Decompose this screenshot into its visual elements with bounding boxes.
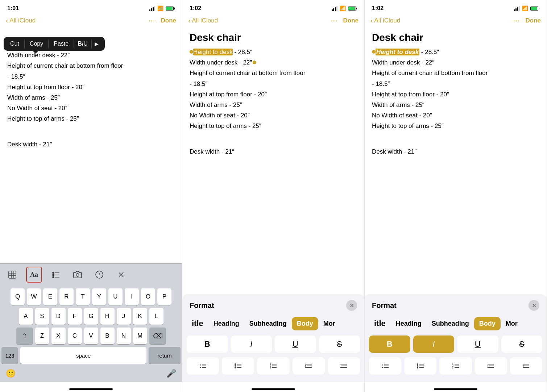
strikethrough-button-2[interactable]: S bbox=[319, 335, 360, 353]
more-button-1[interactable]: ··· bbox=[148, 16, 155, 25]
back-button-3[interactable]: ‹ All iCloud bbox=[370, 17, 400, 25]
indent-btn-2[interactable] bbox=[328, 357, 360, 375]
bold-button-3[interactable]: B bbox=[369, 335, 410, 353]
more-format-button[interactable]: ▶ bbox=[92, 39, 102, 49]
style-body-2[interactable]: Body bbox=[292, 317, 318, 330]
format-close-3[interactable]: ✕ bbox=[529, 300, 539, 311]
key-t[interactable]: T bbox=[76, 288, 90, 305]
done-button-3[interactable]: Done bbox=[526, 17, 541, 24]
align-btn-3[interactable] bbox=[475, 357, 507, 375]
style-heading-3[interactable]: Heading bbox=[391, 317, 427, 330]
note-line-2-3: Height of current chair at bottom from f… bbox=[190, 68, 357, 78]
strikethrough-button-3[interactable]: S bbox=[501, 335, 543, 353]
biu-button[interactable]: BIU bbox=[74, 37, 91, 51]
key-d[interactable]: D bbox=[51, 308, 66, 325]
style-more-2[interactable]: Mor bbox=[318, 317, 340, 330]
svg-point-7 bbox=[53, 276, 54, 278]
key-o[interactable]: O bbox=[141, 288, 155, 305]
more-button-3[interactable]: ··· bbox=[513, 16, 519, 25]
underline-button-2[interactable]: U bbox=[275, 335, 316, 353]
nav-actions-3: ··· Done bbox=[513, 16, 541, 25]
key-delete[interactable]: ⌫ bbox=[149, 328, 166, 344]
checklist-icon[interactable] bbox=[48, 267, 64, 283]
svg-point-25 bbox=[235, 365, 236, 367]
back-button-2[interactable]: ‹ All iCloud bbox=[188, 17, 218, 25]
style-title-2[interactable]: itle bbox=[187, 316, 208, 331]
key-x[interactable]: X bbox=[51, 328, 66, 344]
style-subheading-3[interactable]: Subheading bbox=[427, 317, 474, 330]
key-y[interactable]: Y bbox=[92, 288, 106, 305]
key-v[interactable]: V bbox=[84, 328, 98, 344]
key-g[interactable]: G bbox=[84, 308, 98, 325]
align-btn-2[interactable] bbox=[293, 357, 325, 375]
style-subheading-2[interactable]: Subheading bbox=[244, 317, 292, 330]
markup-icon[interactable] bbox=[91, 267, 107, 283]
copy-button[interactable]: Copy bbox=[25, 37, 48, 51]
key-q[interactable]: Q bbox=[11, 288, 25, 305]
key-m[interactable]: M bbox=[133, 328, 147, 344]
key-z[interactable]: Z bbox=[35, 328, 49, 344]
nav-bar-3: ‹ All iCloud ··· Done bbox=[365, 14, 547, 29]
back-label-2: All iCloud bbox=[192, 17, 218, 24]
bold-button-2[interactable]: B bbox=[187, 335, 228, 353]
close-keyboard-icon[interactable] bbox=[113, 267, 129, 283]
key-return[interactable]: return bbox=[149, 347, 181, 364]
status-bar-1: 1:01 📶 bbox=[0, 0, 182, 14]
key-f[interactable]: F bbox=[68, 308, 82, 325]
list-numbered-btn-2[interactable]: 123 bbox=[257, 357, 289, 375]
key-l[interactable]: L bbox=[149, 308, 163, 325]
list-bullet-btn-2[interactable] bbox=[222, 357, 254, 375]
cursor-end-2 bbox=[253, 61, 256, 64]
list-dash-btn-3[interactable] bbox=[369, 357, 401, 375]
camera-icon[interactable] bbox=[70, 267, 86, 283]
note-line-3: Height of current chair at bottom from f… bbox=[7, 61, 175, 71]
done-button-2[interactable]: Done bbox=[343, 17, 359, 24]
key-space[interactable]: space bbox=[20, 347, 146, 364]
style-heading-2[interactable]: Heading bbox=[208, 317, 244, 330]
key-a[interactable]: A bbox=[19, 308, 33, 325]
emoji-button[interactable]: 🙂 bbox=[6, 369, 16, 378]
key-w[interactable]: W bbox=[27, 288, 41, 305]
done-button-1[interactable]: Done bbox=[161, 17, 177, 24]
signal-icon-3 bbox=[514, 6, 520, 11]
format-close-2[interactable]: ✕ bbox=[346, 300, 357, 311]
style-body-3[interactable]: Body bbox=[474, 317, 501, 330]
key-shift[interactable]: ⇧ bbox=[16, 328, 33, 344]
key-i[interactable]: I bbox=[125, 288, 139, 305]
cut-button[interactable]: Cut bbox=[5, 37, 24, 51]
back-button-1[interactable]: ‹ All iCloud bbox=[6, 17, 36, 25]
home-bar-3 bbox=[365, 382, 547, 392]
key-e[interactable]: E bbox=[43, 288, 57, 305]
list-bullet-btn-3[interactable] bbox=[404, 357, 436, 375]
mic-button[interactable]: 🎤 bbox=[166, 369, 176, 378]
key-s[interactable]: S bbox=[35, 308, 49, 325]
more-button-2[interactable]: ··· bbox=[331, 16, 337, 25]
style-title-3[interactable]: itle bbox=[369, 316, 391, 331]
key-n[interactable]: N bbox=[117, 328, 131, 344]
key-j[interactable]: J bbox=[117, 308, 131, 325]
style-more-3[interactable]: Mor bbox=[501, 317, 523, 330]
key-k[interactable]: K bbox=[133, 308, 147, 325]
panel-2: 1:02 📶 ‹ All iCloud ··· Done Desk chai bbox=[182, 0, 365, 392]
nav-bar-1: ‹ All iCloud ··· Done bbox=[0, 14, 182, 29]
italic-button-3[interactable]: I bbox=[413, 335, 455, 353]
note-line-2-7: No Width of seat - 20″ bbox=[190, 110, 357, 120]
note-line-3-6: Width of arms - 25″ bbox=[372, 100, 539, 110]
key-123[interactable]: 123 bbox=[1, 347, 18, 364]
key-u[interactable]: U bbox=[108, 288, 123, 305]
format-text-icon[interactable]: Aa bbox=[26, 267, 42, 283]
key-p[interactable]: P bbox=[157, 288, 171, 305]
home-indicator-3 bbox=[434, 388, 477, 390]
paste-button[interactable]: Paste bbox=[49, 37, 74, 51]
list-dash-btn-2[interactable] bbox=[187, 357, 219, 375]
key-r[interactable]: R bbox=[59, 288, 74, 305]
indent-btn-3[interactable] bbox=[510, 357, 542, 375]
key-h[interactable]: H bbox=[100, 308, 115, 325]
key-b[interactable]: B bbox=[100, 328, 115, 344]
note-line-3-9: Desk width - 21″ bbox=[372, 147, 539, 157]
italic-button-2[interactable]: I bbox=[231, 335, 272, 353]
key-c[interactable]: C bbox=[68, 328, 82, 344]
list-numbered-btn-3[interactable]: 123 bbox=[439, 357, 472, 375]
underline-button-3[interactable]: U bbox=[457, 335, 498, 353]
table-icon[interactable] bbox=[4, 267, 20, 283]
